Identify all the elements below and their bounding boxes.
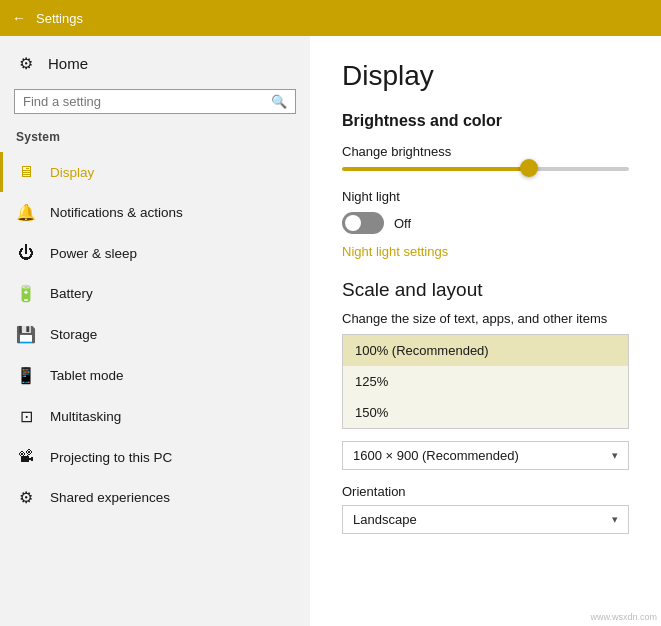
sidebar-item-label-storage: Storage xyxy=(50,327,97,342)
sidebar-item-tablet[interactable]: 📱 Tablet mode xyxy=(0,355,310,396)
content-area: Display Brightness and color Change brig… xyxy=(310,36,661,626)
orientation-select[interactable]: Landscape ▾ xyxy=(342,505,629,534)
sidebar-item-shared[interactable]: ⚙ Shared experiences xyxy=(0,477,310,518)
page-title: Display xyxy=(342,60,629,92)
resolution-value: 1600 × 900 (Recommended) xyxy=(353,448,519,463)
sidebar-item-label-multitasking: Multitasking xyxy=(50,409,121,424)
search-icon[interactable]: 🔍 xyxy=(271,94,287,109)
sidebar-item-label-tablet: Tablet mode xyxy=(50,368,124,383)
sidebar-item-label-notifications: Notifications & actions xyxy=(50,205,183,220)
storage-icon: 💾 xyxy=(16,325,36,344)
sidebar-item-label-power: Power & sleep xyxy=(50,246,137,261)
search-input[interactable] xyxy=(23,94,271,109)
sidebar-item-projecting[interactable]: 📽 Projecting to this PC xyxy=(0,437,310,477)
sidebar-items-container: 🖥 Display 🔔 Notifications & actions ⏻ Po… xyxy=(0,152,310,518)
sidebar-item-multitasking[interactable]: ⊡ Multitasking xyxy=(0,396,310,437)
sidebar-section-label: System xyxy=(0,126,310,152)
sidebar-item-display[interactable]: 🖥 Display xyxy=(0,152,310,192)
sidebar-item-storage[interactable]: 💾 Storage xyxy=(0,314,310,355)
brightness-thumb xyxy=(520,159,538,177)
orientation-chevron-icon: ▾ xyxy=(612,513,618,526)
title-bar: ← Settings xyxy=(0,0,661,36)
sidebar-item-label-battery: Battery xyxy=(50,286,93,301)
sidebar-item-label-display: Display xyxy=(50,165,94,180)
night-light-state: Off xyxy=(394,216,411,231)
tablet-icon: 📱 xyxy=(16,366,36,385)
orientation-value: Landscape xyxy=(353,512,417,527)
sidebar-item-notifications[interactable]: 🔔 Notifications & actions xyxy=(0,192,310,233)
sidebar-item-power[interactable]: ⏻ Power & sleep xyxy=(0,233,310,273)
watermark: www.wsxdn.com xyxy=(590,612,657,622)
home-icon: ⚙ xyxy=(16,54,36,73)
shared-icon: ⚙ xyxy=(16,488,36,507)
main-layout: ⚙ Home 🔍 System 🖥 Display 🔔 Notification… xyxy=(0,36,661,626)
brightness-label: Change brightness xyxy=(342,144,629,159)
night-light-toggle-row: Off xyxy=(342,212,629,234)
scale-option[interactable]: 125% xyxy=(343,366,628,397)
toggle-knob xyxy=(345,215,361,231)
orientation-label: Orientation xyxy=(342,484,629,499)
scale-option[interactable]: 100% (Recommended) xyxy=(343,335,628,366)
sidebar-item-label-projecting: Projecting to this PC xyxy=(50,450,172,465)
display-icon: 🖥 xyxy=(16,163,36,181)
brightness-section-title: Brightness and color xyxy=(342,112,629,130)
scale-section-title: Scale and layout xyxy=(342,279,629,301)
night-light-toggle[interactable] xyxy=(342,212,384,234)
sidebar: ⚙ Home 🔍 System 🖥 Display 🔔 Notification… xyxy=(0,36,310,626)
battery-icon: 🔋 xyxy=(16,284,36,303)
search-box: 🔍 xyxy=(14,89,296,114)
sidebar-item-label-shared: Shared experiences xyxy=(50,490,170,505)
notifications-icon: 🔔 xyxy=(16,203,36,222)
scale-desc: Change the size of text, apps, and other… xyxy=(342,311,629,326)
back-button[interactable]: ← xyxy=(12,10,26,26)
sidebar-item-battery[interactable]: 🔋 Battery xyxy=(0,273,310,314)
sidebar-home[interactable]: ⚙ Home xyxy=(0,44,310,83)
scale-dropdown-list: 100% (Recommended)125%150% xyxy=(342,334,629,429)
night-light-settings-link[interactable]: Night light settings xyxy=(342,244,448,259)
brightness-slider[interactable] xyxy=(342,167,629,171)
title-bar-title: Settings xyxy=(36,11,83,26)
sidebar-home-label: Home xyxy=(48,55,88,72)
resolution-select[interactable]: 1600 × 900 (Recommended) ▾ xyxy=(342,441,629,470)
scale-option[interactable]: 150% xyxy=(343,397,628,428)
resolution-chevron-icon: ▾ xyxy=(612,449,618,462)
night-light-label: Night light xyxy=(342,189,629,204)
projecting-icon: 📽 xyxy=(16,448,36,466)
multitasking-icon: ⊡ xyxy=(16,407,36,426)
power-icon: ⏻ xyxy=(16,244,36,262)
